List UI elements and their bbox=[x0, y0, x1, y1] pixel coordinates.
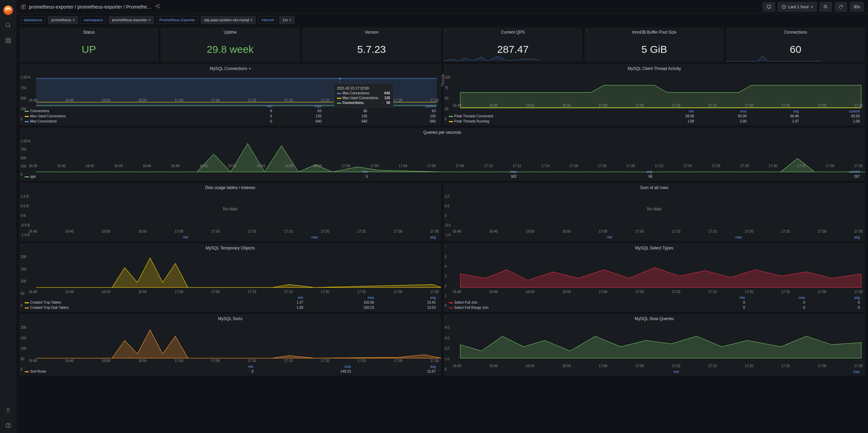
chart-svg bbox=[19, 253, 441, 295]
toolbar: prometheus-exporter / prometheus-exporte… bbox=[16, 0, 868, 14]
sparkline bbox=[443, 52, 539, 62]
panel-title: Current QPS bbox=[501, 30, 525, 35]
panel-sorts[interactable]: iMySQL Sorts 20015010050016:4016:4516:50… bbox=[19, 314, 441, 376]
graph-area[interactable]: No data1.0 B0.5 B0 B-0.5 B-1.0 B16:4016:… bbox=[19, 192, 441, 234]
svg-line-16 bbox=[157, 5, 158, 6]
var-namespace-label: namespace bbox=[81, 16, 106, 24]
svg-point-0 bbox=[6, 23, 10, 27]
chevron-down-icon[interactable]: ▾ bbox=[249, 66, 251, 71]
var-release[interactable]: stg-saas-system-rds-mysql▾ bbox=[201, 16, 255, 24]
variables-bar: datasource prometheus▾ namespace prometh… bbox=[16, 14, 868, 26]
svg-rect-4 bbox=[6, 41, 8, 43]
graph-area[interactable]: No data1.00.50-0.5-1.016:4016:4516:5016:… bbox=[443, 192, 866, 234]
svg-rect-12 bbox=[21, 7, 23, 9]
profile-icon[interactable] bbox=[3, 405, 14, 416]
panel-tmp-objects[interactable]: iMySQL Temporary Objects 20015010050016:… bbox=[19, 243, 441, 312]
grafana-logo[interactable] bbox=[3, 5, 13, 15]
legend: minmax bbox=[443, 368, 866, 376]
panel-sum-rows[interactable]: Sum of all rows No data1.00.50-0.5-1.016… bbox=[443, 183, 866, 241]
breadcrumb[interactable]: prometheus-exporter / prometheus-exporte… bbox=[29, 4, 152, 10]
panel-title: MySQL Slow Queries bbox=[635, 316, 674, 321]
panel-title: MySQL Client Thread Activity bbox=[628, 66, 681, 71]
info-icon: i bbox=[21, 245, 22, 248]
chart-svg bbox=[443, 253, 865, 295]
panel-title: Status bbox=[83, 30, 95, 35]
chart-svg bbox=[19, 137, 865, 179]
svg-rect-9 bbox=[21, 5, 23, 7]
info-icon: i bbox=[445, 65, 446, 69]
stat-value: 29.8 week bbox=[207, 44, 254, 55]
dashboard-icon bbox=[21, 4, 26, 10]
zoom-out-button[interactable] bbox=[820, 2, 832, 12]
legend: minmaxavgSelect Full Join000Select Full … bbox=[443, 294, 866, 312]
panel-buffer[interactable]: iInnoDB Buffer Pool Size 5 GiB bbox=[585, 27, 724, 62]
panel-title: Connections bbox=[784, 30, 807, 35]
panel-slow-queries[interactable]: iMySQL Slow Queries 4.03.02.01.0016:4016… bbox=[443, 314, 866, 376]
graph-area[interactable]: Threads 100755025016:4016:4516:5016:5517… bbox=[443, 73, 866, 108]
var-interval-label: interval bbox=[258, 16, 277, 24]
var-datasource[interactable]: prometheus▾ bbox=[48, 16, 78, 24]
svg-line-17 bbox=[157, 7, 158, 7]
stat-value: 5.7.23 bbox=[357, 44, 386, 55]
legend: minmaxavgCreated Tmp Tables1.27150.5013.… bbox=[19, 294, 441, 312]
panel-title: Queries per seconds bbox=[423, 130, 461, 135]
panel-thread-activity[interactable]: iMySQL Client Thread Activity Threads 10… bbox=[443, 64, 866, 126]
svg-line-1 bbox=[9, 26, 10, 27]
info-icon: i bbox=[445, 29, 446, 32]
svg-rect-10 bbox=[24, 5, 25, 6]
apps-icon[interactable] bbox=[3, 35, 14, 46]
panel-disk-usage[interactable]: Disk usage tables / indexes No data1.0 B… bbox=[19, 183, 441, 241]
svg-rect-2 bbox=[6, 38, 8, 40]
var-release-label: Prometheus Exporter bbox=[157, 16, 198, 24]
var-namespace[interactable]: prometheus-exporter▾ bbox=[109, 16, 153, 24]
chevron-down-icon: ▾ bbox=[811, 4, 813, 9]
refresh-interval-label: 30s bbox=[854, 4, 860, 9]
panel-title: InnoDB Buffer Pool Size bbox=[632, 30, 676, 35]
stat-value: UP bbox=[82, 44, 96, 55]
svg-rect-5 bbox=[9, 41, 11, 43]
panel-mysql-connections[interactable]: MySQL Connections▾ 1.00 K75050025 bbox=[19, 64, 441, 126]
svg-rect-3 bbox=[9, 38, 11, 40]
panel-title: MySQL Temporary Objects bbox=[206, 246, 255, 250]
share-icon[interactable] bbox=[155, 4, 160, 10]
refresh-interval-button[interactable]: 30s bbox=[850, 2, 864, 12]
sidebar bbox=[0, 0, 16, 433]
stat-value: 5 GiB bbox=[641, 44, 667, 55]
svg-line-23 bbox=[826, 7, 827, 8]
search-icon[interactable] bbox=[3, 20, 14, 31]
panel-version[interactable]: Version 5.7.23 bbox=[302, 27, 441, 62]
graph-area[interactable]: 54321016:4016:4516:5016:5517:0017:0517:1… bbox=[443, 253, 866, 294]
graph-area[interactable]: 1.00 K750500250016:4016:4516:5016:5517:0… bbox=[19, 73, 441, 103]
no-data-text: No data bbox=[647, 207, 661, 211]
var-datasource-label: datasource bbox=[21, 16, 45, 24]
panel-title: MySQL Select Types bbox=[635, 246, 673, 250]
panel-status[interactable]: Status UP bbox=[19, 27, 159, 62]
graph-area[interactable]: 4.03.02.01.0016:4016:4516:5016:5517:0017… bbox=[443, 324, 866, 368]
time-range-button[interactable]: Last 1 hour▾ bbox=[778, 2, 817, 12]
panel-title: Version bbox=[365, 30, 379, 35]
info-icon: i bbox=[587, 29, 587, 32]
info-icon: i bbox=[445, 245, 446, 248]
no-data-text: No data bbox=[223, 207, 238, 211]
graph-area[interactable]: 1.00 K750500250016:3816:4016:4216:4416:4… bbox=[19, 137, 865, 168]
graph-area[interactable]: 20015010050016:4016:4516:5016:5517:0017:… bbox=[19, 253, 441, 294]
panel-connections-stat[interactable]: Connections 60 bbox=[726, 27, 865, 62]
info-icon: i bbox=[445, 315, 446, 319]
panel-qps-graph[interactable]: Queries per seconds 1.00 K750500250016:3… bbox=[19, 128, 865, 181]
tv-mode-button[interactable] bbox=[763, 2, 775, 12]
info-icon: i bbox=[21, 315, 22, 319]
dashboard-body: Status UP Uptime 29.8 week Version 5.7.2… bbox=[16, 26, 868, 433]
chart-svg bbox=[443, 73, 865, 116]
panel-uptime[interactable]: Uptime 29.8 week bbox=[161, 27, 300, 62]
panel-qps[interactable]: iCurrent QPS 287.47 bbox=[443, 27, 582, 62]
panel-select-types[interactable]: iMySQL Select Types 54321016:4016:4516:5… bbox=[443, 243, 866, 312]
svg-rect-11 bbox=[24, 6, 25, 9]
refresh-button[interactable] bbox=[835, 2, 847, 12]
panel-title: Disk usage tables / indexes bbox=[205, 185, 255, 190]
legend: minmaxavg bbox=[19, 234, 441, 241]
chart-svg bbox=[19, 324, 441, 366]
var-interval[interactable]: 1m▾ bbox=[279, 16, 294, 24]
help-icon[interactable] bbox=[3, 420, 14, 431]
svg-point-6 bbox=[7, 408, 9, 410]
graph-area[interactable]: 20015010050016:4016:4516:5016:5517:0017:… bbox=[19, 324, 441, 363]
